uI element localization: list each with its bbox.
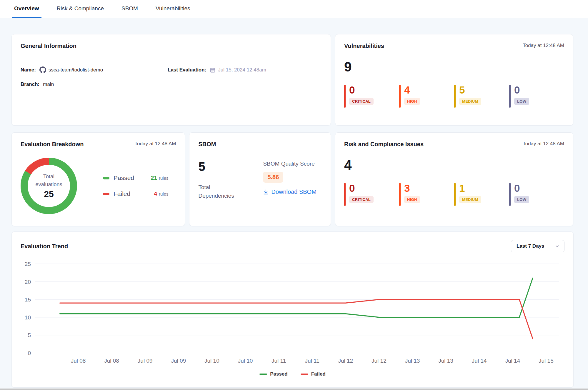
tab-vulnerabilities[interactable]: Vulnerabilities	[153, 0, 193, 18]
risk-severity-critical: 0 CRITICAL	[344, 183, 399, 206]
risk-severity-high-count: 3	[404, 183, 420, 193]
risk-severity-critical-badge: CRITICAL	[349, 196, 374, 203]
trend-x-tick-label: Jul 14	[472, 358, 487, 364]
tab-bar: Overview Risk & Compliance SBOM Vulnerab…	[0, 0, 588, 18]
trend-line-failed	[60, 299, 533, 339]
trend-x-tick-label: Jul 11	[271, 358, 286, 364]
failed-line-icon	[301, 374, 308, 375]
trend-y-tick-label: 5	[28, 332, 31, 338]
severity-critical: 0 CRITICAL	[344, 85, 399, 108]
passed-line-icon	[259, 374, 267, 375]
passed-label: Passed	[114, 174, 148, 181]
breakdown-legend-failed: Failed 4 rules	[103, 190, 169, 197]
passed-unit: rules	[159, 176, 169, 181]
severity-medium-bar	[454, 85, 456, 108]
trend-x-tick-label: Jul 10	[238, 358, 253, 364]
risk-severity-low-count: 0	[514, 183, 529, 193]
risk-severity-low-badge: LOW	[514, 196, 529, 203]
risk-severity-medium: 1 MEDIUM	[454, 183, 509, 206]
passed-count: 21	[148, 175, 157, 181]
trend-y-tick-label: 20	[25, 279, 31, 285]
trend-x-tick-label: Jul 12	[372, 358, 387, 364]
sbom-quality-score-label: SBOM Quality Score	[263, 161, 316, 167]
severity-critical-badge: CRITICAL	[349, 98, 374, 105]
severity-low-bar	[509, 85, 511, 108]
tab-vulnerabilities-label: Vulnerabilities	[156, 5, 190, 12]
sbom-score-block: SBOM Quality Score 5.86 Download SBOM	[250, 161, 316, 200]
severity-low-badge: LOW	[514, 98, 529, 105]
repo-name-text: ssca-team/todolist-demo	[49, 67, 103, 73]
severity-medium: 5 MEDIUM	[454, 85, 509, 108]
evaluation-trend-card: Evaluation Trend Last 7 Days 0510152025J…	[11, 231, 574, 388]
vulnerabilities-card: Vulnerabilities Today at 12:48 AM 9 0 CR…	[335, 34, 573, 126]
failed-unit: rules	[159, 191, 169, 196]
trend-failed-label: Failed	[311, 371, 326, 377]
tab-overview[interactable]: Overview	[12, 0, 41, 18]
sbom-title: SBOM	[198, 141, 216, 148]
severity-high: 4 HIGH	[399, 85, 454, 108]
general-information-title: General Information	[21, 43, 76, 49]
risk-compliance-timestamp: Today at 12:48 AM	[523, 141, 564, 147]
risk-severity-critical-bar	[344, 183, 346, 206]
evaluation-breakdown-title: Evaluation Breakdown	[21, 141, 84, 148]
donut-center-label: Total evaluations	[35, 173, 62, 188]
name-label: Name:	[21, 67, 36, 73]
branch-value: main	[43, 81, 54, 87]
time-range-dropdown[interactable]: Last 7 Days	[511, 240, 564, 252]
breakdown-legend-passed: Passed 21 rules	[103, 174, 169, 181]
trend-x-tick-label: Jul 13	[405, 358, 420, 364]
tab-sbom[interactable]: SBOM	[119, 0, 140, 18]
trend-passed-label: Passed	[270, 371, 288, 377]
failed-label: Failed	[114, 190, 148, 197]
trend-x-tick-label: Jul 09	[138, 358, 153, 364]
sbom-dependencies-block: 5 Total Dependencies	[198, 161, 250, 200]
total-dependencies-count: 5	[198, 161, 250, 173]
severity-high-bar	[399, 85, 401, 108]
general-information-card: General Information Name: ssca-team/todo…	[11, 34, 331, 126]
severity-medium-badge: MEDIUM	[459, 98, 481, 105]
download-sbom-link[interactable]: Download SBOM	[263, 189, 316, 195]
donut-center: Total evaluations 25	[28, 165, 70, 207]
severity-low-count: 0	[514, 85, 529, 95]
trend-y-tick-label: 25	[25, 261, 31, 267]
overview-page: General Information Name: ssca-team/todo…	[0, 18, 588, 388]
trend-legend: Passed Failed	[21, 371, 564, 377]
download-icon	[263, 189, 269, 195]
evaluation-trend-chart: 0510152025Jul 08Jul 08Jul 09Jul 09Jul 10…	[21, 260, 565, 366]
github-icon	[39, 66, 46, 73]
calendar-icon	[210, 67, 216, 73]
trend-x-tick-label: Jul 09	[171, 358, 186, 364]
tab-overview-label: Overview	[14, 5, 39, 12]
tab-risk-compliance[interactable]: Risk & Compliance	[54, 0, 106, 18]
risk-severity-low-bar	[509, 183, 511, 206]
risk-compliance-total: 4	[344, 158, 564, 172]
repo-name-value: ssca-team/todolist-demo	[39, 66, 103, 73]
time-range-value: Last 7 Days	[517, 243, 544, 249]
risk-severity-high-bar	[399, 183, 401, 206]
tab-sbom-label: SBOM	[121, 5, 138, 12]
evaluation-trend-title: Evaluation Trend	[21, 243, 68, 250]
window-bottom-edge	[0, 389, 588, 390]
risk-severity-low: 0 LOW	[509, 183, 564, 206]
trend-line-passed	[60, 278, 533, 317]
trend-x-tick-label: Jul 15	[539, 358, 554, 364]
severity-critical-bar	[344, 85, 346, 108]
last-evaluation-row: Last Evaluation: Jul 15, 2024 12:48am	[168, 66, 322, 73]
last-evaluation-label: Last Evaluation:	[168, 67, 206, 73]
branch-label: Branch:	[21, 81, 39, 87]
evaluation-breakdown-timestamp: Today at 12:48 AM	[135, 141, 176, 147]
vulnerabilities-timestamp: Today at 12:48 AM	[523, 43, 564, 49]
tab-risk-compliance-label: Risk & Compliance	[57, 5, 104, 12]
risk-compliance-card: Risk and Compliance Issues Today at 12:4…	[335, 132, 573, 226]
vulnerabilities-total: 9	[344, 60, 564, 74]
severity-low: 0 LOW	[509, 85, 564, 108]
evaluation-breakdown-card: Evaluation Breakdown Today at 12:48 AM T…	[11, 132, 185, 226]
repo-name-row: Name: ssca-team/todolist-demo	[21, 66, 168, 73]
trend-y-tick-label: 10	[25, 314, 31, 321]
risk-compliance-title: Risk and Compliance Issues	[344, 141, 424, 148]
trend-x-tick-label: Jul 14	[505, 358, 520, 364]
severity-medium-count: 5	[459, 85, 481, 95]
last-evaluation-text: Jul 15, 2024 12:48am	[218, 67, 266, 73]
last-evaluation-value: Jul 15, 2024 12:48am	[210, 67, 266, 73]
sbom-quality-score-value: 5.86	[263, 172, 283, 183]
